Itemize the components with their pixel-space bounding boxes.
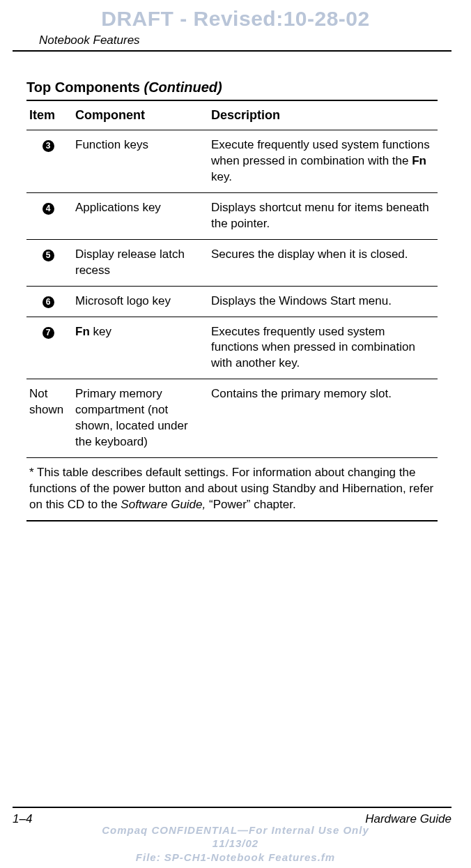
desc-text: Execute frequently used system functions…	[211, 138, 430, 167]
draft-watermark-top: DRAFT - Revised:10-28-02	[0, 0, 471, 33]
cell-component: Microsoft logo key	[75, 286, 211, 317]
cell-item: 7	[26, 317, 75, 379]
table-row: 3 Function keys Execute frequently used …	[26, 130, 438, 193]
col-header-item: Item	[26, 101, 75, 130]
cell-description: Displays the Windows Start menu.	[211, 286, 438, 317]
col-header-description: Description	[211, 101, 438, 130]
circled-number-icon: 6	[43, 296, 54, 308]
components-table: Item Component Description 3 Function ke…	[26, 101, 438, 521]
component-bold: Fn	[75, 325, 90, 338]
table-row: 7 Fn key Executes frequently used system…	[26, 317, 438, 379]
main-content: Top Components (Continued) Item Componen…	[0, 52, 471, 521]
table-row: 5 Display release latch recess Secures t…	[26, 239, 438, 286]
table-header-row: Item Component Description	[26, 101, 438, 130]
desc-bold: Fn	[412, 154, 426, 167]
cell-description: Secures the display when it is closed.	[211, 239, 438, 286]
footnote-cell: * This table describes default settings.…	[26, 458, 438, 521]
circled-number-icon: 3	[43, 140, 54, 152]
cell-component: Fn key	[75, 317, 211, 379]
col-header-component: Component	[75, 101, 211, 130]
circled-number-icon: 5	[43, 250, 54, 261]
cell-description: Displays shortcut menu for items beneath…	[211, 192, 438, 239]
table-footnote-row: * This table describes default settings.…	[26, 458, 438, 521]
table-title-main: Top Components	[26, 79, 144, 95]
confidential-date: 11/13/02	[0, 837, 471, 851]
desc-text: key.	[211, 170, 232, 183]
circled-number-icon: 4	[43, 203, 54, 215]
cell-description: Contains the primary memory slot.	[211, 379, 438, 458]
table-row: Not shown Primary memory compartment (no…	[26, 379, 438, 458]
cell-component: Function keys	[75, 130, 211, 193]
table-row: 6 Microsoft logo key Displays the Window…	[26, 286, 438, 317]
cell-component: Applications key	[75, 192, 211, 239]
cell-item: 4	[26, 192, 75, 239]
footnote-italic: Software Guide,	[121, 498, 206, 511]
circled-number-icon: 7	[43, 327, 54, 339]
confidential-file: File: SP-CH1-Notebook Features.fm	[0, 851, 471, 865]
table-title-continued: (Continued)	[144, 79, 222, 95]
cell-item: 5	[26, 239, 75, 286]
cell-description: Executes frequently used system function…	[211, 317, 438, 379]
footnote-text: “Power” chapter.	[206, 498, 295, 511]
cell-item: 6	[26, 286, 75, 317]
cell-item: 3	[26, 130, 75, 193]
component-text: key	[90, 325, 111, 338]
confidential-watermark-bottom: Compaq CONFIDENTIAL—For Internal Use Onl…	[0, 823, 471, 865]
confidential-line: Compaq CONFIDENTIAL—For Internal Use Onl…	[0, 823, 471, 837]
table-row: 4 Applications key Displays shortcut men…	[26, 192, 438, 239]
cell-component: Primary memory compartment (not shown, l…	[75, 379, 211, 458]
cell-description: Execute frequently used system functions…	[211, 130, 438, 193]
cell-component: Display release latch recess	[75, 239, 211, 286]
table-title: Top Components (Continued)	[26, 79, 438, 101]
page-header: Notebook Features	[13, 33, 451, 52]
cell-item: Not shown	[26, 379, 75, 458]
